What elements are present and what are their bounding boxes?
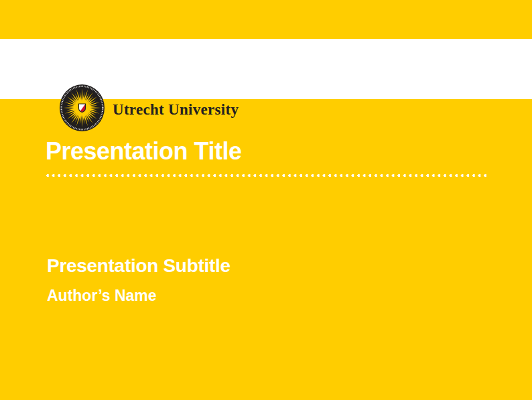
author-name: Author’s Name <box>47 288 157 304</box>
dotted-divider <box>46 174 488 178</box>
title-slide: Utrecht University Presentation Title Pr… <box>0 0 532 400</box>
top-yellow-band <box>0 0 532 39</box>
university-name: Utrecht University <box>113 102 239 117</box>
presentation-title: Presentation Title <box>46 139 241 163</box>
utrecht-university-logo-icon <box>60 84 105 131</box>
logo-band: Utrecht University <box>0 39 532 99</box>
presentation-subtitle: Presentation Subtitle <box>47 257 230 275</box>
